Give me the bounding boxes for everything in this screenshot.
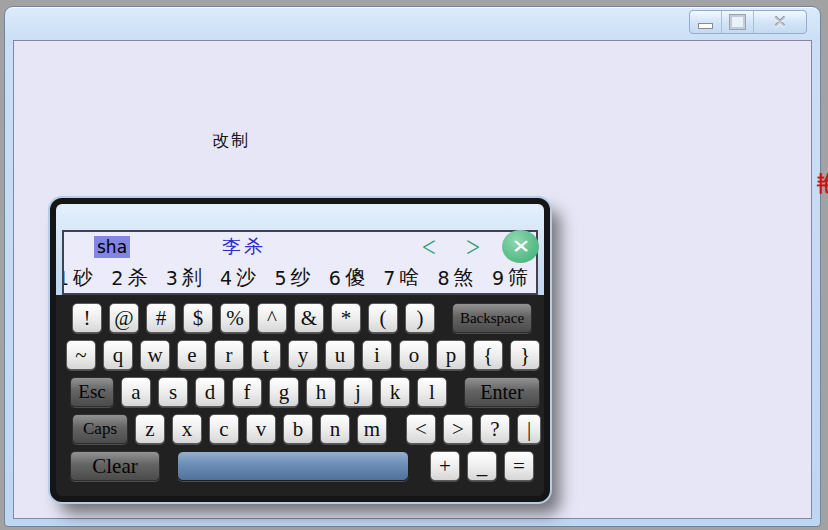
key-esc[interactable]: Esc — [70, 377, 114, 407]
keyboard-row-4: Capszxcvbnm<>?| — [56, 414, 544, 444]
candidate-number: 7 — [383, 267, 395, 289]
window-controls: ✕ — [689, 10, 807, 34]
key-paren-open[interactable]: ( — [368, 303, 398, 333]
key-plus[interactable]: + — [430, 451, 460, 481]
keyboard-row-2: ~qwertyuiop{} — [56, 340, 544, 370]
key-exclamation[interactable]: ! — [72, 303, 102, 333]
key-ampersand[interactable]: & — [294, 303, 324, 333]
candidate-char: 杀 — [127, 264, 147, 291]
key-m[interactable]: m — [357, 414, 387, 444]
candidate-5[interactable]: 5纱 — [274, 264, 310, 291]
candidate-number: 6 — [329, 267, 341, 289]
key-g[interactable]: g — [269, 377, 299, 407]
key-l[interactable]: l — [417, 377, 447, 407]
key-j[interactable]: j — [343, 377, 373, 407]
key-clear[interactable]: Clear — [70, 451, 160, 481]
maximize-icon — [730, 15, 745, 29]
minimize-button[interactable] — [690, 11, 721, 33]
key-y[interactable]: y — [288, 340, 318, 370]
key-less-than[interactable]: < — [406, 414, 436, 444]
key-paren-close[interactable]: ) — [405, 303, 435, 333]
key-d[interactable]: d — [195, 377, 225, 407]
key-question[interactable]: ? — [480, 414, 510, 444]
candidate-8[interactable]: 8煞 — [438, 264, 474, 291]
key-c[interactable]: c — [209, 414, 239, 444]
keyboard-row-1: !@#$%^&*()Backspace — [56, 303, 544, 333]
maximize-button[interactable] — [721, 11, 753, 33]
key-r[interactable]: r — [214, 340, 244, 370]
candidate-row: 1砂2杀3刹4沙5纱6傻7啥8煞9筛 — [64, 262, 536, 293]
key-underscore[interactable]: _ — [467, 451, 497, 481]
key-brace-open[interactable]: { — [473, 340, 503, 370]
key-enter[interactable]: Enter — [464, 377, 540, 407]
key-caps[interactable]: Caps — [72, 414, 128, 444]
key-space[interactable] — [177, 451, 409, 481]
candidate-number: 4 — [220, 267, 232, 289]
key-at[interactable]: @ — [109, 303, 139, 333]
ime-composition-bar: sha 李杀 < > ✕ — [64, 232, 536, 262]
clipped-red-character: 艳 — [817, 169, 828, 199]
key-caret[interactable]: ^ — [257, 303, 287, 333]
candidate-1[interactable]: 1砂 — [64, 264, 93, 291]
key-equals[interactable]: = — [504, 451, 534, 481]
key-o[interactable]: o — [399, 340, 429, 370]
ime-close-icon: ✕ — [511, 237, 530, 256]
key-i[interactable]: i — [362, 340, 392, 370]
candidate-number: 2 — [111, 267, 123, 289]
key-f[interactable]: f — [232, 377, 262, 407]
key-hash[interactable]: # — [146, 303, 176, 333]
key-b[interactable]: b — [283, 414, 313, 444]
key-n[interactable]: n — [320, 414, 350, 444]
key-brace-close[interactable]: } — [510, 340, 540, 370]
candidate-2[interactable]: 2杀 — [111, 264, 147, 291]
key-e[interactable]: e — [177, 340, 207, 370]
keyboard-row-3: EscasdfghjklEnter — [56, 377, 544, 407]
composed-preview-text: 李杀 — [222, 234, 266, 260]
candidate-7[interactable]: 7啥 — [383, 264, 419, 291]
key-dollar[interactable]: $ — [183, 303, 213, 333]
key-t[interactable]: t — [251, 340, 281, 370]
keyboard: !@#$%^&*()Backspace~qwertyuiop{}Escasdfg… — [56, 295, 544, 481]
key-tilde[interactable]: ~ — [66, 340, 96, 370]
key-asterisk[interactable]: * — [331, 303, 361, 333]
candidate-4[interactable]: 4沙 — [220, 264, 256, 291]
key-x[interactable]: x — [172, 414, 202, 444]
candidate-number: 8 — [438, 267, 450, 289]
minimize-icon — [698, 23, 713, 29]
candidate-char: 傻 — [345, 264, 365, 291]
candidate-number: 3 — [166, 267, 178, 289]
key-k[interactable]: k — [380, 377, 410, 407]
candidate-3[interactable]: 3刹 — [166, 264, 202, 291]
key-backspace[interactable]: Backspace — [452, 303, 532, 333]
key-a[interactable]: a — [121, 377, 151, 407]
next-page-arrow[interactable]: > — [466, 233, 480, 262]
key-pipe[interactable]: | — [517, 414, 541, 444]
ime-window-frame: sha 李杀 < > ✕ 1砂2杀3刹4沙5纱6傻7啥8煞9筛 — [56, 204, 544, 295]
ime-keyboard-window: sha 李杀 < > ✕ 1砂2杀3刹4沙5纱6傻7啥8煞9筛 !@#$%^&*… — [50, 198, 550, 502]
candidate-char: 筛 — [508, 264, 528, 291]
key-q[interactable]: q — [103, 340, 133, 370]
key-w[interactable]: w — [140, 340, 170, 370]
ime-panel: sha 李杀 < > ✕ 1砂2杀3刹4沙5纱6傻7啥8煞9筛 — [62, 230, 538, 295]
candidate-char: 啥 — [399, 264, 419, 291]
ime-close-button[interactable]: ✕ — [502, 230, 539, 263]
candidate-6[interactable]: 6傻 — [329, 264, 365, 291]
candidate-list: 1砂2杀3刹4沙5纱6傻7啥8煞9筛 — [64, 262, 536, 293]
key-percent[interactable]: % — [220, 303, 250, 333]
prev-page-arrow[interactable]: < — [422, 233, 436, 262]
key-h[interactable]: h — [306, 377, 336, 407]
composition-text: sha — [94, 236, 130, 258]
key-v[interactable]: v — [246, 414, 276, 444]
keyboard-row-5: Clear+_= — [56, 451, 544, 481]
key-z[interactable]: z — [135, 414, 165, 444]
candidate-9[interactable]: 9筛 — [492, 264, 528, 291]
candidate-char: 砂 — [73, 264, 93, 291]
candidate-char: 煞 — [454, 264, 474, 291]
key-s[interactable]: s — [158, 377, 188, 407]
candidate-char: 沙 — [236, 264, 256, 291]
key-p[interactable]: p — [436, 340, 466, 370]
close-button[interactable]: ✕ — [753, 11, 806, 33]
candidate-char: 刹 — [182, 264, 202, 291]
key-u[interactable]: u — [325, 340, 355, 370]
key-greater-than[interactable]: > — [443, 414, 473, 444]
